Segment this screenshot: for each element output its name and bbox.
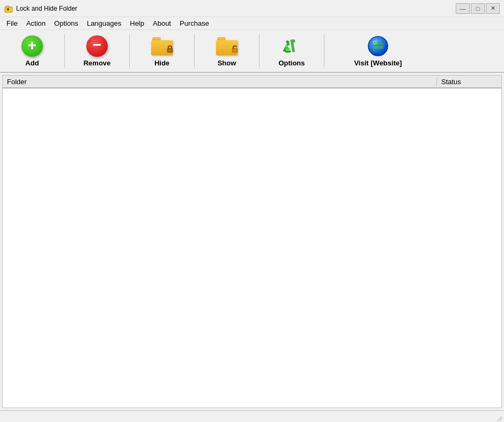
svg-point-15 (368, 36, 388, 55)
resize-handle[interactable] (493, 412, 502, 421)
folder-table: Folder Status (2, 75, 502, 408)
svg-rect-1 (6, 6, 9, 8)
column-folder: Folder (3, 78, 437, 86)
svg-rect-13 (285, 48, 290, 50)
svg-point-17 (379, 43, 383, 49)
options-button[interactable]: Options (260, 32, 324, 70)
hide-folder-icon (151, 35, 173, 57)
svg-rect-12 (285, 50, 291, 53)
menu-options[interactable]: Options (50, 18, 83, 28)
show-folder-icon (216, 35, 238, 57)
menu-help[interactable]: Help (125, 18, 149, 28)
menu-purchase[interactable]: Purchase (175, 18, 213, 28)
remove-icon (86, 35, 108, 57)
table-header: Folder Status (3, 76, 501, 88)
svg-point-7 (234, 49, 236, 51)
menu-action[interactable]: Action (22, 18, 50, 28)
remove-button[interactable]: Remove (65, 32, 129, 70)
table-body (3, 88, 501, 408)
title-bar: Lock and Hide Folder — □ ✕ (0, 0, 504, 17)
add-button[interactable]: Add (0, 32, 64, 70)
visit-website-button[interactable]: Visit [Website] (324, 32, 432, 70)
column-status: Status (437, 78, 501, 86)
window-title: Lock and Hide Folder (16, 5, 456, 12)
hide-label: Hide (154, 59, 169, 67)
show-button[interactable]: Show (195, 32, 259, 70)
toolbar: Add Remove Hide (0, 30, 504, 73)
options-icon (281, 35, 302, 57)
window-controls: — □ ✕ (456, 3, 500, 14)
svg-line-21 (500, 419, 502, 421)
menu-bar: File Action Options Languages Help About… (0, 17, 504, 30)
remove-label: Remove (84, 59, 111, 67)
hide-button[interactable]: Hide (130, 32, 194, 70)
visit-website-label: Visit [Website] (354, 59, 402, 67)
maximize-button[interactable]: □ (471, 3, 485, 14)
svg-line-20 (498, 417, 502, 421)
add-icon (21, 35, 43, 57)
svg-rect-9 (291, 42, 295, 51)
menu-languages[interactable]: Languages (83, 18, 125, 28)
menu-file[interactable]: File (2, 18, 22, 28)
svg-rect-8 (291, 40, 295, 42)
svg-point-5 (169, 49, 171, 51)
app-icon (4, 4, 13, 13)
add-label: Add (25, 59, 39, 67)
svg-rect-14 (285, 45, 288, 47)
globe-icon (367, 35, 389, 57)
menu-about[interactable]: About (149, 18, 175, 28)
svg-point-3 (8, 8, 9, 10)
close-button[interactable]: ✕ (486, 3, 500, 14)
minimize-button[interactable]: — (456, 3, 470, 14)
svg-point-19 (373, 40, 377, 45)
status-bar (0, 410, 504, 422)
show-label: Show (218, 59, 236, 67)
options-label: Options (278, 59, 305, 67)
